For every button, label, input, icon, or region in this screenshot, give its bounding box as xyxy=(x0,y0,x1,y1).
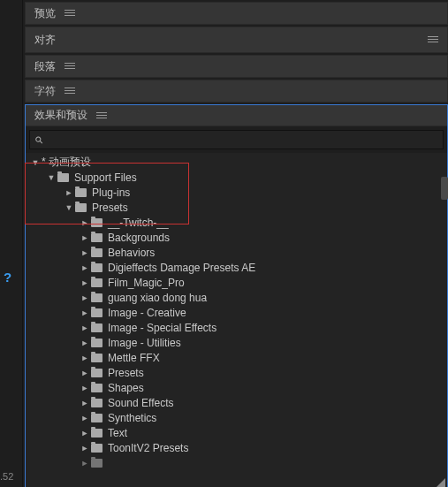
tree-item-8[interactable]: Image - Utilities xyxy=(26,335,447,350)
folder-icon xyxy=(91,248,103,257)
tree-label: Backgrounds xyxy=(108,232,170,244)
chevron-right-icon[interactable] xyxy=(80,233,89,242)
chevron-down-icon[interactable] xyxy=(65,203,73,212)
tree-support-files[interactable]: Support Files xyxy=(26,170,447,185)
help-icon[interactable]: ? xyxy=(4,270,11,285)
folder-icon xyxy=(91,369,103,377)
folder-icon xyxy=(75,188,87,197)
folder-icon xyxy=(57,173,69,182)
tree-item-10[interactable]: Presets xyxy=(26,365,447,380)
folder-icon xyxy=(91,459,103,468)
folder-icon xyxy=(75,203,87,212)
folder-icon xyxy=(91,218,103,227)
tree-label: Image - Creative xyxy=(108,307,186,319)
chevron-right-icon[interactable] xyxy=(80,384,89,392)
resize-corner-icon[interactable] xyxy=(433,475,445,487)
tree-label: * 动画预设 xyxy=(42,155,91,170)
tree-label: Behaviors xyxy=(108,247,155,259)
panel-title: 效果和预设 xyxy=(34,108,87,123)
tree-item-1[interactable]: Backgrounds xyxy=(26,230,447,245)
tree-label: Digieffects Damage Presets AE xyxy=(108,262,255,274)
menu-icon[interactable] xyxy=(428,36,438,43)
menu-icon[interactable] xyxy=(65,63,75,70)
tree-label: Image - Special Effects xyxy=(108,322,216,334)
tree-item-9[interactable]: Mettle FFX xyxy=(26,350,447,365)
tree-label: Film_Magic_Pro xyxy=(108,277,185,289)
folder-icon xyxy=(91,308,103,317)
panel-title: 预览 xyxy=(34,6,56,21)
folder-icon xyxy=(91,278,103,287)
tree-label: Presets xyxy=(92,202,128,214)
tree-label: Synthetics xyxy=(108,412,156,424)
tree-label: Mettle FFX xyxy=(108,352,160,364)
chevron-down-icon[interactable] xyxy=(31,158,40,167)
preset-tree: * 动画预设Support FilesPlug-insPresets__-Twi… xyxy=(26,153,447,487)
tree-item-12[interactable]: Sound Effects xyxy=(26,395,447,410)
tree-item-6[interactable]: Image - Creative xyxy=(26,305,447,320)
folder-icon xyxy=(91,233,103,242)
tree-item-7[interactable]: Image - Special Effects xyxy=(26,320,447,335)
panel-preview[interactable]: 预览 xyxy=(25,2,448,25)
chevron-right-icon[interactable] xyxy=(80,248,89,257)
search-input[interactable]: ⚲ xyxy=(29,130,444,149)
tree-label: Sound Effects xyxy=(108,397,174,409)
chevron-right-icon[interactable] xyxy=(80,414,89,422)
chevron-right-icon[interactable] xyxy=(80,399,89,407)
chevron-right-icon[interactable] xyxy=(80,354,89,362)
tree-label: __-Twitch-__ xyxy=(108,217,169,229)
chevron-right-icon[interactable] xyxy=(80,459,89,468)
tree-label: Presets xyxy=(108,367,144,379)
chevron-right-icon[interactable] xyxy=(80,339,89,347)
folder-icon xyxy=(91,384,103,392)
effects-header[interactable]: 效果和预设 xyxy=(26,105,447,126)
tree-item-0[interactable]: __-Twitch-__ xyxy=(26,215,447,230)
tree-item-2[interactable]: Behaviors xyxy=(26,245,447,260)
folder-icon xyxy=(91,399,103,407)
tree-item-4[interactable]: Film_Magic_Pro xyxy=(26,275,447,290)
tree-item-3[interactable]: Digieffects Damage Presets AE xyxy=(26,260,447,275)
tree-label: Image - Utilities xyxy=(108,337,181,349)
menu-icon[interactable] xyxy=(65,88,75,95)
tree-label: Support Files xyxy=(74,171,137,184)
chevron-down-icon[interactable] xyxy=(47,173,56,182)
scrollbar-thumb[interactable] xyxy=(441,177,448,200)
bottom-value: .52 xyxy=(0,471,13,482)
tree-presets[interactable]: Presets xyxy=(26,200,447,215)
search-field[interactable] xyxy=(46,133,437,147)
tree-item-14[interactable]: Text xyxy=(26,425,447,440)
chevron-right-icon[interactable] xyxy=(80,444,89,453)
menu-icon[interactable] xyxy=(96,112,107,119)
chevron-right-icon[interactable] xyxy=(65,188,73,197)
chevron-right-icon[interactable] xyxy=(80,218,89,227)
tree-item-5[interactable]: guang xiao dong hua xyxy=(26,290,447,305)
panel-title: 字符 xyxy=(34,84,56,99)
tree-item-more[interactable] xyxy=(26,455,447,470)
folder-icon xyxy=(91,263,103,272)
folder-icon xyxy=(91,339,103,347)
chevron-right-icon[interactable] xyxy=(80,308,89,317)
folder-icon xyxy=(91,293,103,302)
menu-icon[interactable] xyxy=(65,10,75,17)
tree-root[interactable]: * 动画预设 xyxy=(26,155,447,170)
chevron-right-icon[interactable] xyxy=(80,293,89,302)
folder-icon xyxy=(91,414,103,422)
tree-plugins[interactable]: Plug-ins xyxy=(26,185,447,200)
folder-icon xyxy=(91,429,103,438)
chevron-right-icon[interactable] xyxy=(80,263,89,272)
chevron-right-icon[interactable] xyxy=(80,323,89,332)
panel-title: 段落 xyxy=(34,59,56,74)
folder-icon xyxy=(91,444,103,453)
tree-item-11[interactable]: Shapes xyxy=(26,380,447,395)
chevron-right-icon[interactable] xyxy=(80,429,89,438)
panel-paragraph[interactable]: 段落 xyxy=(25,55,448,78)
folder-icon xyxy=(91,354,103,362)
search-icon: ⚲ xyxy=(33,133,46,147)
tree-item-13[interactable]: Synthetics xyxy=(26,410,447,425)
tree-label: ToonItV2 Presets xyxy=(108,442,188,454)
panel-character[interactable]: 字符 xyxy=(25,80,448,103)
chevron-right-icon[interactable] xyxy=(80,278,89,287)
tree-item-15[interactable]: ToonItV2 Presets xyxy=(26,440,447,455)
chevron-right-icon[interactable] xyxy=(80,369,89,377)
panel-align[interactable]: 对齐 xyxy=(25,27,448,53)
folder-icon xyxy=(91,323,103,332)
